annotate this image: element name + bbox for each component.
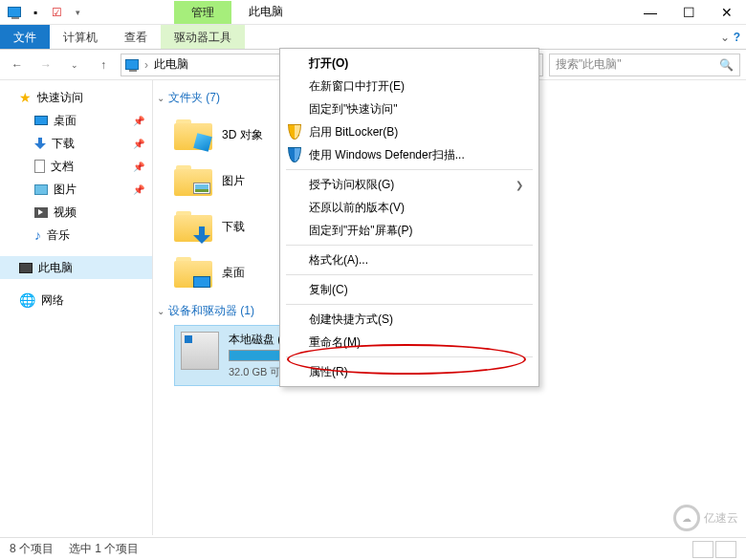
nav-label: 桌面: [54, 113, 77, 129]
contextual-tab-label: 管理: [174, 1, 231, 24]
group-label: 设备和驱动器 (1): [168, 303, 254, 319]
folder-label: 3D 对象: [222, 127, 263, 143]
qat-checkbox-icon[interactable]: ☑: [46, 2, 67, 23]
crumb-sep: ›: [144, 58, 148, 72]
nav-label: 音乐: [47, 227, 70, 244]
nav-this-pc[interactable]: 此电脑: [0, 256, 152, 279]
folder-label: 下载: [222, 219, 245, 235]
menu-separator: [286, 274, 533, 275]
menu-copy[interactable]: 复制(C): [280, 278, 538, 301]
help-icon[interactable]: ?: [734, 31, 740, 44]
nav-label: 下载: [52, 136, 75, 152]
menu-separator: [286, 169, 533, 170]
nav-label: 网络: [41, 292, 64, 309]
address-icon: [125, 59, 139, 70]
nav-label: 文档: [51, 159, 74, 175]
maximize-button[interactable]: ☐: [669, 0, 708, 25]
shield-icon: [286, 146, 303, 163]
picture-icon: [34, 184, 48, 195]
forward-button[interactable]: →: [34, 54, 57, 76]
qat-dropdown[interactable]: ▾: [67, 2, 88, 23]
watermark: ☁ 亿速云: [673, 505, 738, 531]
tab-computer[interactable]: 计算机: [50, 25, 111, 49]
pin-icon: 📌: [133, 139, 144, 149]
menu-rename[interactable]: 重命名(M): [280, 331, 538, 354]
ribbon-tabs: 文件 计算机 查看 驱动器工具 ⌄ ?: [0, 25, 746, 50]
nav-documents[interactable]: 文档 📌: [0, 155, 152, 178]
navigation-pane: ★ 快速访问 桌面 📌 下载 📌 文档 📌 图片 📌 视频 ♪: [0, 80, 153, 535]
menu-bitlocker[interactable]: 启用 BitLocker(B): [280, 120, 538, 143]
nav-label: 快速访问: [37, 90, 83, 106]
history-dropdown[interactable]: ⌄: [63, 54, 86, 76]
music-icon: ♪: [34, 227, 41, 243]
nav-label: 图片: [54, 182, 77, 198]
menu-grant-access[interactable]: 授予访问权限(G)❯: [280, 173, 538, 196]
status-bar: 8 个项目 选中 1 个项目: [0, 537, 746, 560]
nav-label: 视频: [54, 205, 77, 221]
nav-network[interactable]: 🌐 网络: [0, 289, 152, 312]
folder-label: 图片: [222, 173, 245, 189]
drive-icon: [181, 332, 219, 370]
submenu-arrow-icon: ❯: [516, 180, 523, 190]
nav-music[interactable]: ♪ 音乐: [0, 224, 152, 247]
shield-icon: [286, 123, 303, 140]
qat-properties-icon[interactable]: ▪: [25, 2, 46, 23]
view-details-button[interactable]: [692, 541, 713, 558]
cloud-icon: ☁: [673, 505, 700, 531]
star-icon: ★: [19, 90, 32, 105]
pin-icon: 📌: [133, 162, 144, 172]
close-button[interactable]: ✕: [708, 0, 746, 25]
network-icon: 🌐: [19, 292, 35, 308]
tab-view[interactable]: 查看: [111, 25, 161, 49]
status-selected-count: 选中 1 个项目: [69, 541, 139, 557]
menu-open-new-window[interactable]: 在新窗口中打开(E): [280, 75, 538, 97]
window-title: 此电脑: [231, 0, 300, 24]
search-box[interactable]: 搜索"此电脑" 🔍: [549, 54, 740, 76]
menu-separator: [286, 356, 533, 357]
context-menu: 打开(O) 在新窗口中打开(E) 固定到"快速访问" 启用 BitLocker(…: [279, 48, 539, 387]
view-icons-button[interactable]: [715, 541, 736, 558]
status-item-count: 8 个项目: [10, 541, 54, 557]
desktop-icon: [34, 116, 48, 125]
nav-downloads[interactable]: 下载 📌: [0, 132, 152, 155]
search-icon[interactable]: 🔍: [719, 58, 734, 72]
ribbon-expand-icon[interactable]: ⌄: [720, 31, 730, 44]
chevron-down-icon: ⌄: [157, 93, 165, 103]
menu-defender-scan[interactable]: 使用 Windows Defender扫描...: [280, 143, 538, 166]
tab-file[interactable]: 文件: [0, 25, 50, 49]
menu-pin-start[interactable]: 固定到"开始"屏幕(P): [280, 219, 538, 242]
nav-pictures[interactable]: 图片 📌: [0, 178, 152, 201]
folder-label: 桌面: [222, 265, 245, 281]
download-icon: [34, 138, 46, 149]
nav-videos[interactable]: 视频: [0, 201, 152, 224]
document-icon: [34, 160, 45, 173]
app-icon: [4, 2, 25, 23]
pin-icon: 📌: [133, 184, 144, 195]
video-icon: [34, 207, 48, 218]
menu-format[interactable]: 格式化(A)...: [280, 248, 538, 271]
address-text[interactable]: 此电脑: [154, 56, 188, 73]
folder-icon: [174, 209, 212, 244]
quick-access-toolbar: ▪ ☑ ▾ 管理 此电脑 — ☐ ✕: [0, 0, 746, 25]
menu-open[interactable]: 打开(O): [280, 52, 538, 75]
menu-pin-quick-access[interactable]: 固定到"快速访问": [280, 97, 538, 120]
folder-icon: [174, 255, 212, 290]
menu-create-shortcut[interactable]: 创建快捷方式(S): [280, 308, 538, 331]
pc-icon: [19, 263, 33, 273]
pin-icon: 📌: [133, 116, 144, 126]
nav-quick-access[interactable]: ★ 快速访问: [0, 86, 152, 109]
watermark-text: 亿速云: [704, 510, 738, 527]
nav-desktop[interactable]: 桌面 📌: [0, 109, 152, 132]
minimize-button[interactable]: —: [631, 0, 669, 25]
folder-icon: [174, 118, 212, 152]
menu-restore-versions[interactable]: 还原以前的版本(V): [280, 196, 538, 219]
back-button[interactable]: ←: [6, 54, 29, 76]
chevron-down-icon: ⌄: [157, 306, 165, 316]
menu-separator: [286, 304, 533, 305]
search-placeholder: 搜索"此电脑": [556, 56, 622, 73]
up-button[interactable]: ↑: [92, 54, 115, 76]
menu-properties[interactable]: 属性(R): [280, 360, 538, 383]
nav-label: 此电脑: [38, 260, 73, 276]
group-label: 文件夹 (7): [168, 90, 220, 106]
tab-drive-tools[interactable]: 驱动器工具: [161, 25, 245, 49]
